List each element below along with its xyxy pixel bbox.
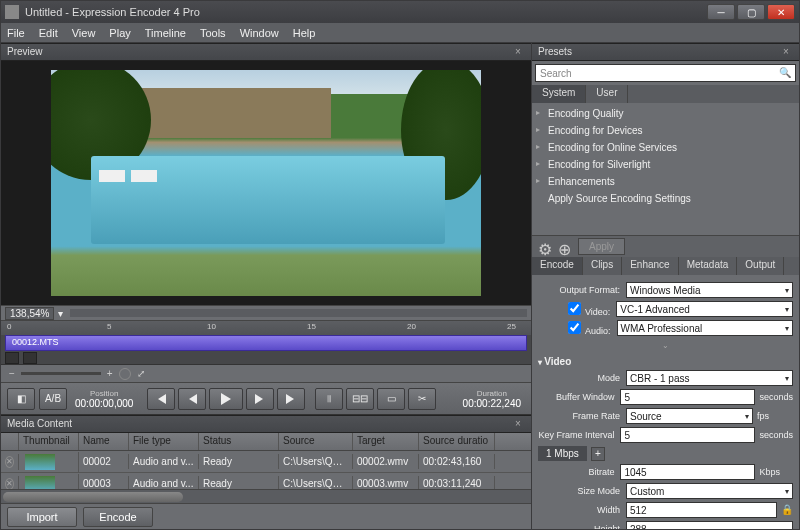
col-duration[interactable]: Source duratio [419,433,495,450]
close-button[interactable]: ✕ [767,4,795,20]
preview-hscroll[interactable] [70,309,527,317]
row-name: 00002 [79,454,129,469]
preset-item[interactable]: Encoding for Online Services [532,139,799,156]
row-thumbnail [19,452,79,472]
plus-icon[interactable]: ⊕ [558,240,572,254]
width-label: Width [538,505,626,515]
go-end-button[interactable] [277,388,305,410]
step-back-button[interactable] [178,388,206,410]
menu-play[interactable]: Play [109,27,130,39]
col-status[interactable]: Status [199,433,279,450]
encode-button[interactable]: Encode [83,507,153,527]
table-row[interactable]: ✕00003Audio and v...ReadyC:\Users\Quad..… [1,473,531,489]
gear-icon[interactable]: ⚙ [538,240,552,254]
split-button[interactable]: ⊟⊟ [346,388,374,410]
tab-encode[interactable]: Encode [532,257,583,275]
apply-source-settings[interactable]: Apply Source Encoding Settings [532,190,799,207]
go-start-button[interactable] [147,388,175,410]
col-thumbnail[interactable]: Thumbnail [19,433,79,450]
menu-window[interactable]: Window [240,27,279,39]
fit-icon[interactable]: ⤢ [137,368,145,379]
presets-search[interactable]: Search 🔍 [535,64,796,82]
menu-file[interactable]: File [7,27,25,39]
transport-bar: ◧ A/B Position 00:00:00,000 ⦀ ⊟⊟ ▭ [1,383,531,415]
media-close-icon[interactable]: × [515,418,527,430]
audio-codec-select[interactable]: WMA Professional [617,320,793,336]
cut-button[interactable]: ✂ [408,388,436,410]
col-source[interactable]: Source [279,433,353,450]
tab-clips[interactable]: Clips [583,257,622,275]
tab-metadata[interactable]: Metadata [679,257,738,275]
width-input[interactable] [626,502,777,518]
apply-button[interactable]: Apply [578,238,625,255]
stream-tab[interactable]: 1 Mbps [538,446,587,461]
track-icon[interactable] [23,352,37,364]
sizemode-select[interactable]: Custom [626,483,793,499]
menu-timeline[interactable]: Timeline [145,27,186,39]
media-hscroll[interactable] [1,489,531,503]
timeline-clip[interactable]: 00012.MTS [5,335,527,351]
mode-select[interactable]: CBR - 1 pass [626,370,793,386]
magnifier-icon[interactable] [119,368,131,380]
col-name[interactable]: Name [79,433,129,450]
maximize-button[interactable]: ▢ [737,4,765,20]
tab-system[interactable]: System [532,85,586,103]
zoom-dropdown-icon[interactable]: ▾ [54,308,66,319]
audio-checkbox[interactable] [568,321,581,334]
menu-edit[interactable]: Edit [39,27,58,39]
output-format-select[interactable]: Windows Media [626,282,793,298]
position-value: 00:00:00,000 [75,398,133,409]
tab-output[interactable]: Output [737,257,784,275]
cue-button[interactable]: ◧ [7,388,35,410]
tab-user[interactable]: User [586,85,628,103]
timeline-ruler[interactable]: 0 5 10 15 20 25 [1,321,531,335]
row-remove-button[interactable]: ✕ [1,476,19,490]
row-duration: 00:03:11,240 [419,476,495,489]
marker-button[interactable]: ⦀ [315,388,343,410]
keyframe-input[interactable] [620,427,755,443]
height-input[interactable] [626,521,793,529]
buffer-input[interactable] [620,389,755,405]
preset-item[interactable]: Encoding for Silverlight [532,156,799,173]
preset-item[interactable]: Enhancements [532,173,799,190]
preset-list: Encoding Quality Encoding for Devices En… [532,103,799,235]
ab-button[interactable]: A/B [39,388,67,410]
col-target[interactable]: Target [353,433,419,450]
preview-panel-header: Preview × [1,43,531,61]
duration-label: Duration [477,389,507,398]
titlebar[interactable]: Untitled - Expression Encoder 4 Pro ─ ▢ … [1,1,799,23]
step-fwd-button[interactable] [246,388,274,410]
video-checkbox[interactable] [568,302,581,315]
zoom-value[interactable]: 138,54% [5,307,54,320]
timeline-zoom-slider[interactable] [21,372,101,375]
lock-icon[interactable]: 🔒 [781,504,793,516]
zoom-out-icon[interactable]: − [9,368,15,379]
expander-icon[interactable]: ⌄ [538,339,793,352]
framerate-select[interactable]: Source [626,408,753,424]
bitrate-input[interactable] [620,464,755,480]
tick: 5 [107,322,111,331]
preset-item[interactable]: Encoding Quality [532,105,799,122]
video-section[interactable]: Video [538,356,793,367]
preview-close-icon[interactable]: × [515,46,527,58]
minimize-button[interactable]: ─ [707,4,735,20]
video-frame [51,70,481,296]
row-remove-button[interactable]: ✕ [1,454,19,470]
preset-item[interactable]: Encoding for Devices [532,122,799,139]
video-codec-select[interactable]: VC-1 Advanced [616,301,793,317]
sizemode-label: Size Mode [538,486,626,496]
zoom-in-icon[interactable]: + [107,368,113,379]
preview-viewport[interactable] [1,61,531,305]
menu-help[interactable]: Help [293,27,316,39]
menu-tools[interactable]: Tools [200,27,226,39]
add-stream-button[interactable]: + [591,447,605,461]
import-button[interactable]: Import [7,507,77,527]
track-icon[interactable] [5,352,19,364]
presets-close-icon[interactable]: × [783,46,795,58]
play-button[interactable] [209,388,243,410]
trim-button[interactable]: ▭ [377,388,405,410]
col-filetype[interactable]: File type [129,433,199,450]
table-row[interactable]: ✕00002Audio and v...ReadyC:\Users\Quad..… [1,451,531,473]
menu-view[interactable]: View [72,27,96,39]
tab-enhance[interactable]: Enhance [622,257,678,275]
